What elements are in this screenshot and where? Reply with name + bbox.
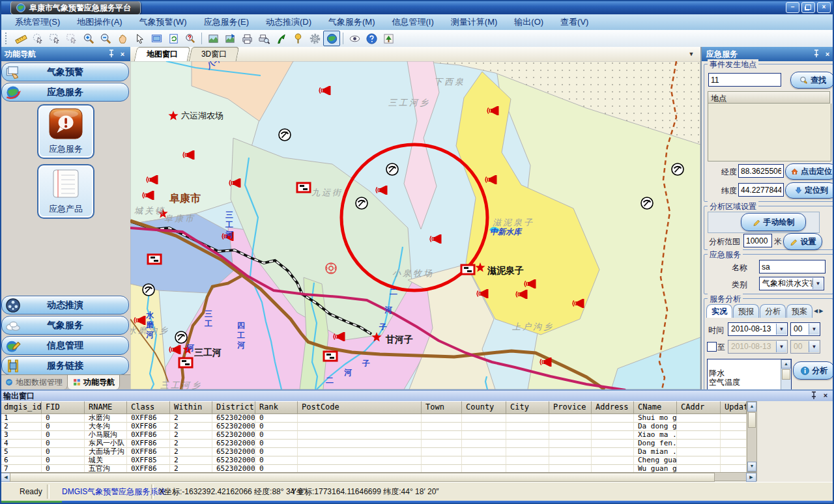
print-button[interactable] bbox=[238, 31, 255, 46]
table-row[interactable]: 60城关0XFF8526523020000Cheng guan bbox=[0, 456, 747, 465]
latitude-input[interactable] bbox=[738, 183, 784, 197]
close-icon[interactable]: × bbox=[823, 49, 832, 59]
pin-marker-button[interactable] bbox=[289, 31, 306, 46]
location-list-header[interactable]: 地点 bbox=[708, 91, 830, 104]
column-header[interactable]: Rank bbox=[255, 401, 298, 414]
column-header[interactable]: dmgis_id bbox=[0, 401, 42, 414]
mine-symbol[interactable] bbox=[641, 197, 653, 209]
menu-item[interactable]: 应急服务(E) bbox=[195, 14, 257, 30]
select-clear-button[interactable] bbox=[63, 31, 80, 46]
column-header[interactable]: PostCode bbox=[298, 401, 422, 414]
close-icon[interactable]: × bbox=[118, 49, 127, 59]
chevron-down-icon[interactable]: ▼ bbox=[686, 49, 697, 59]
list-scrollbar[interactable]: ▲ bbox=[781, 359, 791, 391]
menu-item[interactable]: 输出(O) bbox=[506, 14, 552, 30]
location-search-input[interactable] bbox=[708, 73, 781, 87]
menu-item[interactable]: 气象服务(M) bbox=[320, 14, 384, 30]
station-flag-marker[interactable] bbox=[297, 183, 310, 192]
mine-symbol[interactable] bbox=[143, 284, 154, 296]
hour2-select[interactable]: 00▼ bbox=[790, 340, 820, 354]
pin-icon[interactable] bbox=[812, 49, 821, 60]
pin-icon[interactable] bbox=[107, 49, 116, 60]
manual-draw-button[interactable]: 手动绘制 bbox=[741, 213, 806, 231]
range-input[interactable] bbox=[743, 234, 772, 247]
mine-symbol[interactable] bbox=[175, 331, 187, 343]
date2-select[interactable]: 2010-08-13▼ bbox=[728, 340, 788, 354]
analysis-tab[interactable]: 预案 bbox=[786, 304, 812, 318]
table-row[interactable]: 40东风一小队0XFF8626523020000Dong fen... bbox=[0, 440, 747, 448]
mine-symbol[interactable] bbox=[672, 163, 683, 175]
sidebar-item-emergency-service[interactable]: 应急服务 bbox=[1, 83, 129, 102]
table-row[interactable]: 30小马厩沟0XFF8626523020000Xiao ma ... bbox=[0, 431, 747, 440]
select-polygon-button[interactable] bbox=[29, 31, 46, 46]
menu-item[interactable]: 信息管理(I) bbox=[384, 14, 442, 30]
identify-button[interactable] bbox=[182, 31, 199, 46]
service-type-select[interactable]: 气象和洪水灾害 ▼ bbox=[759, 277, 824, 290]
refresh-button[interactable] bbox=[165, 31, 182, 46]
analysis-tab[interactable]: 预报 bbox=[733, 304, 759, 318]
mine-symbol[interactable] bbox=[356, 197, 367, 209]
horizontal-scrollbar[interactable]: ◀ ▶ bbox=[0, 472, 757, 481]
gear-button[interactable] bbox=[306, 31, 323, 46]
help-button[interactable] bbox=[363, 31, 380, 46]
tab-功能导航[interactable]: 功能导航 bbox=[68, 375, 120, 389]
menu-item[interactable]: 气象预警(W) bbox=[131, 14, 195, 30]
big-button-emergency-service[interactable]: 应急服务 bbox=[37, 104, 94, 159]
big-button-emergency-product[interactable]: 应急产品 bbox=[37, 164, 94, 219]
column-header[interactable]: RNAME bbox=[85, 401, 127, 414]
table-row[interactable]: 10水磨沟0XFF8626523020000Shui mo gou bbox=[0, 414, 747, 423]
column-header[interactable]: County bbox=[462, 401, 506, 414]
column-header[interactable]: CAddr bbox=[677, 401, 721, 414]
date-select[interactable]: 2010-08-13▼ bbox=[728, 322, 788, 336]
select-rect-button[interactable] bbox=[46, 31, 63, 46]
eye-button[interactable] bbox=[346, 31, 363, 46]
mine-symbol[interactable] bbox=[386, 163, 398, 175]
locate-click-button[interactable]: 点击定位 bbox=[785, 163, 834, 180]
map-tab[interactable]: 3D窗口 bbox=[189, 47, 240, 61]
find-button[interactable]: 查找 bbox=[790, 72, 834, 89]
analysis-tab[interactable]: 分析 bbox=[760, 304, 786, 318]
minimize-button[interactable]: – bbox=[786, 2, 799, 13]
list-item[interactable]: 降水 bbox=[708, 369, 791, 378]
set-button[interactable]: 设置 bbox=[783, 233, 822, 250]
to-checkbox[interactable] bbox=[707, 342, 717, 352]
table-row[interactable]: 50大面场子沟0XFF8626523020000Da mian ... bbox=[0, 448, 747, 456]
map-image-button[interactable] bbox=[205, 31, 222, 46]
station-flag-marker[interactable] bbox=[148, 255, 161, 264]
sidebar-item-service-links[interactable]: 服务链接 bbox=[1, 356, 129, 375]
sidebar-item-dynamic-deduction[interactable]: 动态推演 bbox=[1, 296, 129, 315]
analysis-tab[interactable]: 实况 bbox=[706, 304, 732, 318]
full-extent-button[interactable] bbox=[148, 31, 165, 46]
column-header[interactable]: Update bbox=[721, 401, 747, 414]
column-header[interactable]: CName bbox=[634, 401, 677, 414]
ruler-button[interactable] bbox=[12, 31, 29, 46]
menu-item[interactable]: 查看(V) bbox=[552, 14, 597, 30]
analyze-button[interactable]: 分析 bbox=[793, 361, 834, 380]
station-flag-marker[interactable] bbox=[461, 265, 474, 274]
location-list[interactable] bbox=[708, 104, 831, 161]
tab-地图数据管理[interactable]: 地图数据管理 bbox=[0, 375, 68, 389]
tab-scroll-left-icon[interactable]: ◀ bbox=[813, 305, 818, 318]
scroll-right-icon[interactable]: ▶ bbox=[746, 473, 756, 482]
vertical-scrollbar[interactable]: ▲ ▼ bbox=[747, 401, 757, 472]
column-header[interactable]: Town bbox=[422, 401, 462, 414]
column-header[interactable]: Class bbox=[127, 401, 170, 414]
column-header[interactable]: District bbox=[212, 401, 255, 414]
sidebar-item-weather-warning[interactable]: 气象预警 bbox=[1, 63, 129, 81]
column-header[interactable]: Within bbox=[170, 401, 212, 414]
restore-button[interactable] bbox=[801, 2, 815, 13]
chevron-down-icon[interactable]: ▼ bbox=[812, 278, 823, 289]
station-flag-marker[interactable] bbox=[324, 352, 337, 361]
menu-item[interactable]: 测量计算(M) bbox=[442, 14, 506, 30]
menu-item[interactable]: 地图操作(A) bbox=[68, 14, 130, 30]
scroll-down-icon[interactable]: ▼ bbox=[747, 462, 756, 471]
map-tab[interactable]: 地图窗口 bbox=[134, 47, 191, 61]
column-header[interactable]: Address bbox=[592, 401, 634, 414]
print-preview-button[interactable] bbox=[255, 31, 272, 46]
hour-select[interactable]: 00▼ bbox=[790, 322, 820, 336]
zoom-out-button[interactable] bbox=[97, 31, 114, 46]
menu-item[interactable]: 系统管理(S) bbox=[7, 14, 68, 30]
tree-button[interactable] bbox=[380, 31, 397, 46]
close-button[interactable]: × bbox=[817, 2, 831, 13]
tab-scroll-right-icon[interactable]: ▶ bbox=[818, 305, 824, 318]
